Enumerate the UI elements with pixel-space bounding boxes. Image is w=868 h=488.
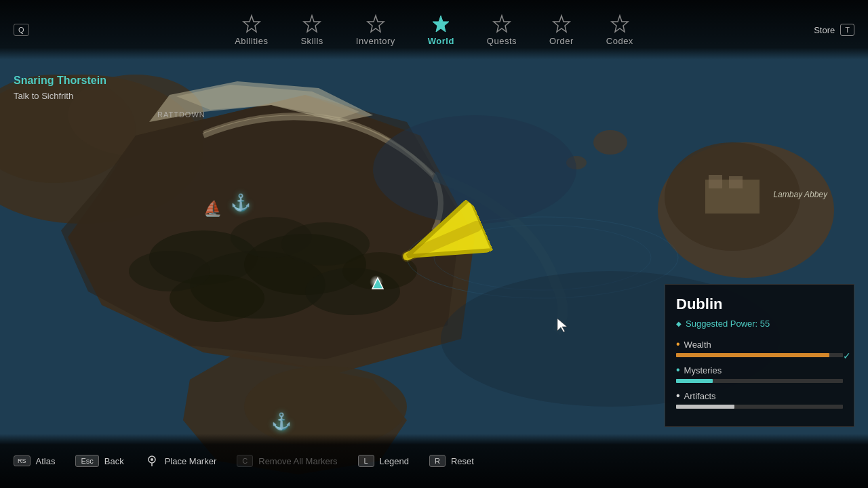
- svg-marker-38: [433, 16, 449, 32]
- region-power: Suggested Power: 55: [676, 319, 843, 329]
- svg-marker-36: [304, 16, 320, 32]
- atlas-label: Atlas: [36, 456, 56, 466]
- nav-item-quests[interactable]: Quests: [471, 6, 533, 54]
- bottom-bar: RS Atlas Esc Back Place Marker C Remove …: [0, 434, 868, 488]
- artifacts-fill: [676, 405, 734, 409]
- svg-marker-37: [368, 16, 384, 32]
- nav-item-inventory[interactable]: Inventory: [340, 6, 412, 54]
- back-action[interactable]: Esc Back: [75, 455, 123, 467]
- region-power-label: Suggested Power: 55: [686, 319, 770, 329]
- svg-marker-41: [612, 16, 628, 32]
- nav-item-skills[interactable]: Skills: [284, 6, 339, 54]
- back-key: Esc: [75, 455, 98, 467]
- wealth-check: ✓: [843, 350, 851, 361]
- nav-label-quests: Quests: [487, 36, 517, 46]
- anchor-marker-2[interactable]: ⚓: [271, 412, 292, 431]
- quest-subtitle: Talk to Sichfrith: [14, 91, 106, 101]
- svg-marker-35: [243, 16, 260, 32]
- svg-rect-22: [709, 175, 722, 188]
- back-label: Back: [104, 456, 124, 466]
- reset-key: R: [429, 455, 446, 467]
- remove-markers-key: C: [237, 455, 253, 467]
- nav-item-order[interactable]: Order: [533, 6, 590, 54]
- svg-marker-40: [553, 16, 570, 32]
- quest-info: Snaring Thorstein Talk to Sichfrith: [14, 75, 106, 101]
- svg-rect-23: [729, 176, 743, 188]
- nav-items: Abilities Skills Inventory World: [218, 6, 650, 54]
- quest-title: Snaring Thorstein: [14, 75, 106, 87]
- nav-label-skills: Skills: [300, 36, 323, 46]
- svg-point-24: [593, 130, 627, 155]
- mysteries-label: Mysteries: [676, 364, 843, 376]
- place-marker-action[interactable]: Place Marker: [144, 453, 217, 468]
- anchor-icon: ⚓: [231, 193, 251, 212]
- reset-label: Reset: [451, 456, 474, 466]
- mysteries-fill: [676, 379, 713, 383]
- wealth-fill: [676, 353, 829, 357]
- reset-action[interactable]: R Reset: [429, 455, 474, 467]
- atlas-key: RS: [14, 455, 31, 466]
- legend-label: Legend: [380, 456, 409, 466]
- wealth-label: Wealth: [676, 338, 843, 350]
- region-panel: Dublin Suggested Power: 55 Wealth ✓ Myst…: [665, 284, 854, 427]
- anchor-marker-1[interactable]: ⚓: [231, 193, 251, 212]
- nav-label-order: Order: [549, 36, 574, 46]
- wealth-stat: Wealth ✓: [676, 338, 843, 357]
- place-marker-label: Place Marker: [165, 456, 217, 466]
- store-label: Store: [814, 25, 835, 35]
- atlas-action[interactable]: RS Atlas: [14, 455, 55, 466]
- svg-marker-39: [494, 16, 510, 32]
- remove-markers-action: C Remove All Markers: [237, 455, 337, 467]
- mysteries-stat: Mysteries: [676, 364, 843, 383]
- place-marker-icon: [144, 453, 159, 468]
- legend-action[interactable]: L Legend: [358, 455, 409, 467]
- artifacts-label: Artifacts: [676, 390, 843, 402]
- nav-label-inventory: Inventory: [356, 36, 395, 46]
- store-key: T: [840, 24, 854, 36]
- mysteries-bar: [676, 379, 843, 383]
- nav-item-world[interactable]: World: [412, 6, 471, 54]
- store-button[interactable]: Store T: [814, 24, 854, 36]
- nav-item-codex[interactable]: Codex: [590, 6, 650, 54]
- svg-marker-30: [372, 278, 383, 289]
- artifacts-bar: [676, 405, 843, 409]
- legend-key: L: [358, 455, 374, 467]
- artifacts-stat: Artifacts: [676, 390, 843, 409]
- rattdown-label: Rattdown: [157, 110, 205, 119]
- nav-item-abilities[interactable]: Abilities: [218, 6, 284, 54]
- svg-point-43: [151, 458, 153, 461]
- top-nav: Q Abilities Skills Inventory: [0, 0, 868, 60]
- lambay-abbey-label: Lambay Abbey: [773, 190, 827, 199]
- svg-line-33: [407, 205, 477, 279]
- player-marker: [371, 277, 384, 293]
- anchor-icon-2: ⚓: [271, 412, 292, 431]
- nav-key-left[interactable]: Q: [14, 24, 29, 36]
- remove-markers-label: Remove All Markers: [258, 456, 337, 466]
- wealth-bar: ✓: [676, 353, 843, 357]
- svg-point-12: [129, 251, 210, 291]
- nav-label-abilities: Abilities: [235, 36, 268, 46]
- ship-icon: ⛵: [203, 200, 222, 218]
- region-name: Dublin: [676, 296, 843, 313]
- nav-label-codex: Codex: [606, 36, 633, 46]
- nav-label-world: World: [428, 36, 454, 46]
